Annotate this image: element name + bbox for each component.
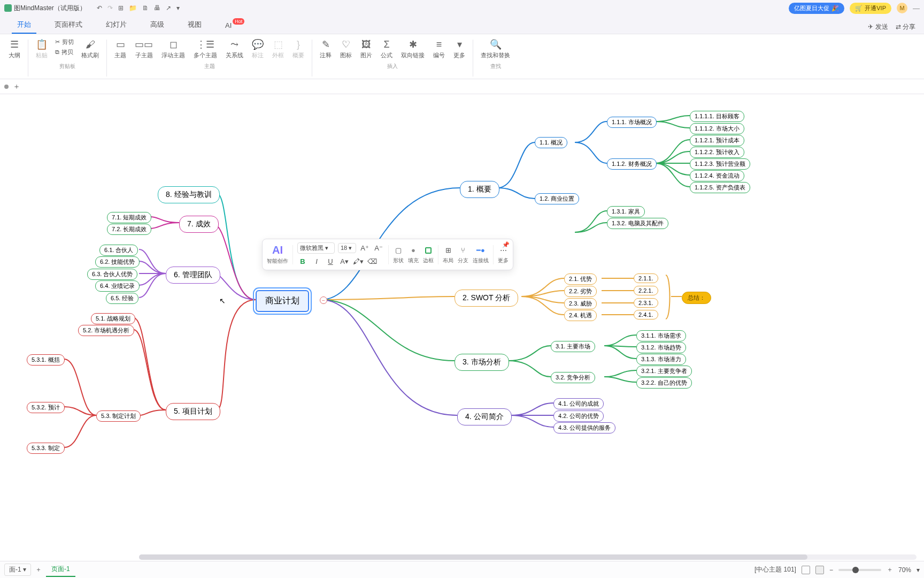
user-avatar[interactable]: M [897,3,907,13]
border-button[interactable] [423,245,434,256]
zoom-in-button[interactable]: ＋ [887,565,893,574]
node-1-1-2-4[interactable]: 1.1.2.4. 资金流动 [690,170,744,181]
image-button[interactable]: 🖼图片 [357,37,375,60]
format-painter-button[interactable]: 🖌格式刷 [78,37,102,60]
node-2[interactable]: 2. SWOT 分析 [455,290,518,307]
export-icon[interactable]: ↗ [166,4,171,12]
node-2-4-1[interactable]: 2.4.1. [634,310,658,320]
node-4-1[interactable]: 4.1. 公司的成就 [553,398,604,409]
bilink-button[interactable]: ✱双向链接 [398,37,428,60]
node-2-2-1[interactable]: 2.2.1. [634,286,658,295]
canvas-scrollbar-h[interactable] [139,554,917,560]
node-6-3[interactable]: 6.3. 合伙人优势 [87,269,137,280]
subtopic-button[interactable]: ▭▭子主题 [132,37,156,60]
connector-button[interactable]: ━● [475,245,486,256]
relationship-button[interactable]: ⤳关系线 [222,37,247,60]
shape-button[interactable]: ▢ [393,245,404,256]
node-3-2-2[interactable]: 3.2.2. 自己的优势 [636,377,692,389]
node-4[interactable]: 4. 公司简介 [457,408,512,425]
node-2-4[interactable]: 2.4. 机遇 [564,310,597,321]
node-1-1-1-2[interactable]: 1.1.1.2. 市场大小 [690,123,744,134]
tab-advanced[interactable]: 高级 [138,16,176,34]
topic-button[interactable]: ▭主题 [111,37,129,60]
zoom-slider[interactable] [838,569,881,571]
highlight-button[interactable]: 🖍▾ [353,256,364,267]
node-1-1-2-2[interactable]: 1.1.2.2. 预计收入 [690,147,744,158]
node-3-1-1[interactable]: 3.1.1. 市场需求 [636,330,686,341]
cut-button[interactable]: ✂ 剪切 [53,37,76,47]
callout-button[interactable]: 💬标注 [249,37,267,60]
new-doc-tab[interactable]: ＋ [13,82,20,92]
font-select[interactable]: 微软雅黑 ▾ [297,242,335,254]
node-1-1-1[interactable]: 1.1.1. 市场概况 [607,117,657,128]
node-8[interactable]: 8. 经验与教训 [158,186,220,203]
node-2-summary[interactable]: 总结： [682,292,711,304]
icon-button[interactable]: ♡图标 [337,37,355,60]
node-1-3-2[interactable]: 1.3.2. 电脑及其配件 [607,218,668,229]
node-7-2[interactable]: 7.2. 长期成效 [107,224,151,235]
qat-dropdown-icon[interactable]: ▾ [176,4,180,12]
undo-icon[interactable]: ↶ [97,4,102,12]
promo-summer[interactable]: 亿图夏日大促 🎉 [789,3,844,14]
node-3-1-2[interactable]: 3.1.2. 市场趋势 [636,342,686,353]
node-1-1-2-1[interactable]: 1.1.2.1. 预计成本 [690,135,744,146]
node-1-1-2-5[interactable]: 1.1.2.5. 资产负债表 [690,182,750,193]
multi-topic-button[interactable]: ⋮☰多个主题 [190,37,220,60]
node-7-1[interactable]: 7.1. 短期成效 [107,212,151,223]
node-2-1[interactable]: 2.1. 优势 [564,273,597,285]
node-3-1-3[interactable]: 3.1.3. 市场潜力 [636,354,686,365]
fill-button[interactable]: ● [408,245,419,256]
node-1-2[interactable]: 1.2. 商业位置 [535,193,579,204]
node-7[interactable]: 7. 成效 [179,216,219,233]
number-button[interactable]: ≡编号 [430,37,448,60]
copy-button[interactable]: ⧉ 拷贝 [53,48,76,57]
node-5[interactable]: 5. 项目计划 [166,403,220,420]
node-4-2[interactable]: 4.2. 公司的优势 [553,410,604,422]
node-1-1-2[interactable]: 1.1.2. 财务概况 [607,158,657,170]
font-size-select[interactable]: 18 ▾ [338,243,356,253]
node-1-3-1[interactable]: 1.3.1. 家具 [607,206,645,217]
collapse-toggle[interactable]: − [320,296,327,304]
mindmap-canvas[interactable]: 商业计划 − 1. 概要 1.1. 概况 1.2. 商业位置 1.1.1. 市场… [0,94,924,561]
node-5-3-3[interactable]: 5.3.3. 制定 [27,443,65,454]
tab-ai[interactable]: AIHot [213,17,243,34]
font-grow-icon[interactable]: A⁺ [359,243,370,254]
note-button[interactable]: ✎注释 [317,37,335,60]
node-5-2[interactable]: 5.2. 市场机遇分析 [78,325,134,336]
node-2-1-1[interactable]: 2.1.1. [634,273,658,283]
zoom-value[interactable]: 70% [898,566,911,574]
node-1-1[interactable]: 1.1. 概况 [535,137,567,148]
tab-view[interactable]: 视图 [176,16,213,34]
node-6-1[interactable]: 6.1. 合伙人 [99,245,138,256]
font-shrink-icon[interactable]: A⁻ [373,243,384,254]
outline-button[interactable]: ☰大纲 [5,37,24,60]
view-mode-1-icon[interactable] [802,566,810,574]
clear-format-button[interactable]: ⌫ [367,256,378,267]
add-page-button[interactable]: ＋ [35,565,42,574]
send-button[interactable]: ✈ 发送 [868,22,888,32]
view-mode-2-icon[interactable] [815,566,824,574]
zoom-dropdown-icon[interactable]: ▾ [917,566,920,574]
italic-button[interactable]: I [311,256,322,267]
node-3-1[interactable]: 3.1. 主要市场 [551,341,595,352]
node-6-2[interactable]: 6.2. 技能优势 [95,256,140,268]
share-button[interactable]: ⇄ 分享 [896,22,915,32]
find-replace-button[interactable]: 🔍查找和替换 [478,37,513,60]
node-2-3-1[interactable]: 2.3.1. [634,298,658,308]
tab-slides[interactable]: 幻灯片 [94,16,138,34]
upgrade-vip-button[interactable]: 🛒 开通VIP [850,3,891,14]
bold-button[interactable]: B [297,256,308,267]
node-2-3[interactable]: 2.3. 威胁 [564,298,597,309]
print-icon[interactable]: 🖶 [154,4,160,12]
node-3-2[interactable]: 3.2. 竞争分析 [551,372,595,383]
tab-start[interactable]: 开始 [5,16,43,34]
minimize-icon[interactable]: — [913,4,920,12]
node-5-3-2[interactable]: 5.3.2. 预计 [27,402,65,413]
pin-icon[interactable]: 📌 [502,241,510,248]
summary-button[interactable]: }概要 [289,37,307,60]
node-5-3-1[interactable]: 5.3.1. 概括 [27,354,65,366]
node-3-2-1[interactable]: 3.2.1. 主要竞争者 [636,366,692,377]
node-1-1-2-3[interactable]: 1.1.2.3. 预计营业额 [690,158,750,170]
layout-button[interactable]: ⊞ [443,245,453,256]
formula-button[interactable]: Σ公式 [378,37,396,60]
